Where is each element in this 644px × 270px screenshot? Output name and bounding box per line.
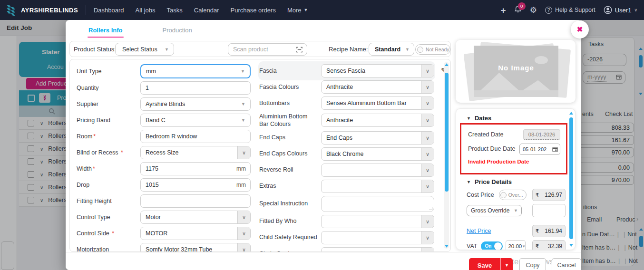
brand-name[interactable]: AYRSHIREBLINDS <box>21 7 78 14</box>
notifications-button[interactable]: 0 <box>514 5 522 15</box>
due-date-row: Product Due Date 05-01-202 <box>468 144 560 155</box>
form-field-row: Pricing Band Band C ▼ ∨ ✎ <box>77 114 251 127</box>
form-field-row: Unit Type mm ▼ ∨ ✎ <box>77 64 251 78</box>
field-label: Reverse Roll <box>259 166 321 174</box>
copy-button[interactable]: Copy <box>519 258 546 270</box>
cost-price-value[interactable]: ₹ 126.97 <box>532 189 566 201</box>
field-label: Room* <box>77 133 140 140</box>
dates-section-header[interactable]: ▼ Dates <box>467 115 491 122</box>
due-date-input[interactable]: 05-01-202 <box>519 144 560 155</box>
nav-item[interactable]: All jobs <box>136 7 156 14</box>
gross-override-input[interactable] <box>532 204 566 217</box>
brand-logo-icon <box>5 4 17 16</box>
gross-override-row: Gross Override ▼ <box>467 204 566 217</box>
field-label: Fascia <box>259 67 321 75</box>
field-label: Fitting Height <box>77 197 140 205</box>
tab-production[interactable]: Production <box>163 27 192 38</box>
calendar-icon[interactable] <box>552 146 558 152</box>
form-field-row: Fascia Colours Anthracite ▼ ∨ ✎ <box>259 80 434 94</box>
field-label: Quantity <box>77 84 140 92</box>
product-form: Unit Type mm ▼ ∨ ✎ Quantity <box>69 59 451 252</box>
save-dropdown-button[interactable]: ▼ <box>500 258 513 270</box>
field-input[interactable]: Ayrshire Blinds ▼ ∨ <box>140 97 251 111</box>
field-input[interactable]: 1 ▼ ∨ <box>140 81 251 95</box>
chevron-down-icon: ▼ <box>165 47 169 52</box>
nav-item[interactable]: Dashboard <box>94 7 124 14</box>
not-ready-toggle[interactable]: Not Ready <box>415 44 450 55</box>
invalid-production-date-error: Invalid Production Date <box>468 159 560 164</box>
product-status-select[interactable]: Select Status ▼ <box>115 43 174 56</box>
save-button[interactable]: Save <box>469 258 500 270</box>
nav-item-more[interactable]: More ▼ <box>287 7 308 14</box>
nav-items: Dashboard All jobs Tasks Calendar Purcha… <box>94 7 276 14</box>
modal-footer: Activate Windows Save ▼ Copy Cancel <box>66 252 581 270</box>
price-section-header[interactable]: ▼ Price Details <box>467 178 512 185</box>
form-field-row: Control Side * MOTOR ▼ ∨ ✎ <box>77 227 251 240</box>
field-label: Control Side * <box>77 230 140 237</box>
scan-product-input[interactable] <box>233 46 296 53</box>
form-field-row: End Caps Colours Black Chrome ▼ ∨ ✎ <box>259 147 434 161</box>
recipe-name-select[interactable]: Standard ▼ <box>369 43 414 56</box>
question-mark-icon: ? <box>545 7 552 14</box>
cancel-button[interactable]: Cancel <box>552 258 581 270</box>
footer-buttons: Save ▼ Copy Cancel <box>469 258 581 270</box>
field-input[interactable]: Black Chrome ▼ ∨ <box>321 147 434 161</box>
field-input[interactable]: Band C ▼ ∨ <box>140 114 251 127</box>
net-price-link[interactable]: Net Price <box>467 228 491 234</box>
field-input[interactable]: Senses Aluminium Bottom Bar ▼ ∨ <box>321 96 434 110</box>
field-input[interactable]: Recess Size ▼ ∨ <box>140 146 251 159</box>
field-input[interactable]: ▼ ∨ <box>321 164 434 177</box>
chevron-down-icon: ▼ <box>241 118 250 123</box>
field-label: Fitted By Who <box>259 217 321 225</box>
nav-item[interactable]: Calendar <box>194 7 219 14</box>
field-input[interactable]: ▼ ∨ <box>321 247 434 252</box>
field-input[interactable]: Senses Fascia ▼ ∨ <box>321 64 434 77</box>
scan-product-field[interactable] <box>228 43 307 56</box>
field-input[interactable]: Somfy Motor 32mm Tube ▼ ∨ <box>140 243 251 252</box>
field-input[interactable]: Bedroom R window ▼ ∨ <box>140 130 251 143</box>
close-button[interactable]: ✖ <box>571 20 589 39</box>
form-scrollbar[interactable] <box>444 62 449 249</box>
chevron-down-icon: ∨ <box>237 243 250 252</box>
field-input[interactable]: ▼ ∨ <box>321 180 434 193</box>
navbar-right: + 0 ⚙ ? Help & Support User1 ∨ <box>501 5 637 15</box>
help-support-button[interactable]: ? Help & Support <box>545 7 595 14</box>
field-input[interactable]: 1175 mm ▼ ∨ <box>140 162 251 175</box>
vat-rate-select[interactable]: 20.00 ▼ <box>506 240 526 250</box>
override-toggle[interactable]: Over... <box>499 190 527 200</box>
created-date-value: 08-01-2026 <box>523 129 560 140</box>
field-input[interactable]: Anthracite ▼ ∨ <box>321 80 434 94</box>
field-input[interactable]: Motor ▼ ∨ <box>140 211 251 224</box>
field-input[interactable]: End Caps ▼ ∨ <box>321 131 434 145</box>
field-input[interactable]: MOTOR ▼ ∨ <box>140 227 251 240</box>
vat-toggle[interactable]: On <box>481 241 503 250</box>
field-input[interactable]: 1015 mm ▼ ∨ <box>140 178 251 192</box>
details-scrollbar[interactable] <box>569 112 574 247</box>
field-input[interactable]: Anthracite ▼ ∨ <box>321 114 434 127</box>
barcode-scan-icon[interactable] <box>296 46 303 53</box>
form-field-row: Fascia Senses Fascia ▼ ∨ ✎ <box>259 64 434 77</box>
created-date-row: Created Date 08-01-2026 <box>468 129 560 140</box>
resize-handle[interactable] <box>429 207 432 210</box>
chevron-down-icon: ∨ <box>421 81 434 93</box>
field-label: Motorization <box>77 246 140 252</box>
nav-divider <box>86 5 86 15</box>
details-panel: ▼ Dates Created Date 08-01-2026 Product … <box>456 108 576 250</box>
field-input[interactable]: ▼ ∨ <box>321 215 434 228</box>
field-input[interactable]: ▼ ∨ <box>140 194 251 208</box>
add-plus-icon[interactable]: + <box>501 6 506 15</box>
field-input[interactable]: ▼ ∨ <box>321 196 434 212</box>
user-menu[interactable]: User1 ∨ <box>604 6 637 14</box>
net-price-value[interactable]: ₹ 161.94 <box>532 225 566 237</box>
nav-item[interactable]: Tasks <box>167 7 183 14</box>
form-field-row: Special Instruction ▼ ∨ ✎ <box>259 196 434 212</box>
field-label: Supplier <box>77 100 140 108</box>
field-input[interactable]: ▼ ∨ <box>321 231 434 244</box>
gear-icon[interactable]: ⚙ <box>530 5 537 15</box>
gross-override-select[interactable]: Gross Override ▼ <box>467 205 522 216</box>
vat-amount-value[interactable]: ₹ 32.39 <box>532 240 566 250</box>
form-right-column: Fascia Senses Fascia ▼ ∨ ✎ Fascia Colour… <box>259 64 434 252</box>
tab-rollers-info[interactable]: Rollers Info <box>88 27 123 38</box>
field-input[interactable]: mm ▼ ∨ <box>140 64 251 78</box>
nav-item[interactable]: Purchase orders <box>231 7 276 14</box>
